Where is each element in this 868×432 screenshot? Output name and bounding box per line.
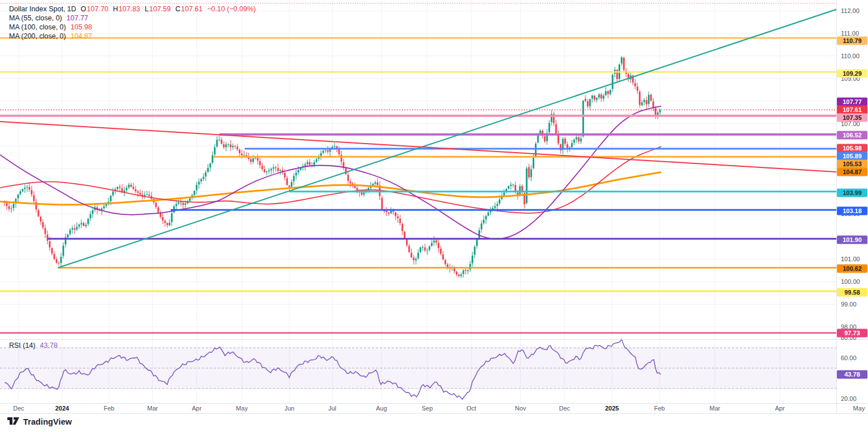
candle-body: [427, 250, 428, 251]
candle-body: [230, 145, 232, 148]
candle-body: [103, 206, 105, 209]
candle-body: [601, 94, 602, 98]
price-label-109-29: 109.29: [837, 70, 867, 78]
candle-body: [253, 158, 254, 162]
candle-body: [558, 135, 559, 144]
candle-body: [415, 259, 417, 261]
price-tick: 111.00: [841, 30, 859, 37]
candle-body: [60, 257, 62, 263]
price-tick: 112.00: [841, 7, 860, 14]
candle-body: [305, 165, 306, 166]
time-label-Nov: Nov: [515, 405, 526, 412]
tradingview-attribution[interactable]: TradingView: [7, 417, 72, 426]
candle-body: [465, 270, 467, 271]
candle-body: [406, 239, 408, 245]
time-label-Apr: Apr: [775, 405, 784, 412]
candle-body: [293, 176, 295, 182]
candle-body: [454, 268, 455, 271]
candle-body: [499, 200, 501, 204]
candle-body: [535, 144, 537, 157]
candle-body: [110, 196, 112, 201]
candle-body: [458, 275, 460, 276]
candle-body: [635, 83, 636, 86]
time-label-May: May: [236, 405, 248, 412]
candle-body: [508, 186, 510, 188]
candle-body: [287, 178, 288, 185]
candle-body: [320, 153, 322, 156]
candle-body: [18, 195, 19, 198]
candle-body: [549, 123, 550, 132]
candle-body: [377, 183, 379, 185]
candle-body: [241, 154, 243, 155]
price-label-110-79: 110.79: [837, 37, 867, 45]
symbol-ohlc-row[interactable]: Dollar Index Spot, 1D O107.70 H107.83 L1…: [9, 5, 256, 14]
high-value: H107.83: [113, 5, 140, 14]
candle-body: [418, 253, 419, 258]
candle-body: [476, 239, 478, 246]
candle-body: [212, 155, 214, 163]
candle-body: [323, 151, 324, 153]
rsi-legend[interactable]: RSI (14) 43.78: [9, 342, 58, 349]
candle-body: [289, 185, 290, 187]
candle-body: [70, 230, 71, 234]
ma100-legend-row[interactable]: MA (100, close, 0) 105.98: [9, 23, 256, 32]
ma200-legend-row[interactable]: MA (200, close, 0) 104.87: [9, 32, 256, 41]
rsi-label: RSI (14): [9, 342, 36, 349]
candle-body: [221, 140, 223, 144]
candle-body: [27, 187, 28, 188]
candle-body: [228, 144, 229, 145]
candle-body: [119, 187, 121, 188]
candle-body: [497, 204, 498, 206]
candle-body: [239, 150, 241, 153]
candle-body: [20, 192, 21, 195]
price-tick: 110.00: [841, 53, 860, 59]
candle-body: [158, 208, 159, 212]
candle-body: [479, 230, 480, 238]
candle-body: [445, 260, 446, 264]
candle-body: [291, 182, 293, 187]
candle-body: [341, 155, 342, 162]
time-label-Oct: Oct: [466, 405, 476, 412]
price-label-107-35-text: 107.35: [843, 114, 862, 121]
candle-body: [155, 203, 157, 207]
candle-body: [203, 177, 205, 179]
candle-body: [488, 213, 489, 215]
price-label-100-62: 100.62: [837, 265, 867, 273]
time-label-Aug: Aug: [376, 405, 387, 412]
rsi-band: [0, 348, 836, 388]
candle-body: [131, 185, 132, 187]
candle-body: [390, 211, 392, 213]
candle-body: [467, 270, 469, 271]
candle-body: [189, 198, 191, 201]
symbol-legend[interactable]: Dollar Index Spot, 1D O107.70 H107.83 L1…: [9, 5, 256, 41]
rsi-value-label: 43.78: [837, 370, 867, 379]
candle-body: [386, 211, 388, 212]
candle-body: [429, 247, 431, 250]
price-label-100-62-text: 100.62: [843, 265, 862, 272]
candle-body: [13, 204, 15, 208]
time-label-Mar: Mar: [147, 405, 158, 412]
ma55-legend-row[interactable]: MA (55, close, 0) 107.77: [9, 14, 256, 23]
candle-body: [357, 188, 358, 191]
chart-canvas[interactable]: 112.00111.00110.00109.00107.00103.00101.…: [0, 0, 868, 432]
time-label-2024: 2024: [55, 405, 70, 412]
candle-body: [334, 146, 336, 147]
candle-body: [112, 192, 114, 196]
candle-body: [72, 228, 73, 230]
price-label-106-52: 106.52: [837, 131, 867, 140]
candle-body: [587, 101, 589, 106]
candle-body: [58, 263, 60, 263]
low-value: L107.59: [145, 5, 171, 14]
candle-body: [431, 243, 433, 246]
candle-body: [400, 219, 401, 223]
candle-body: [264, 169, 266, 172]
chart-svg[interactable]: 112.00111.00110.00109.00107.00103.00101.…: [0, 0, 868, 432]
price-label-107-35: 107.35: [837, 114, 867, 122]
price-label-99-58-text: 99.58: [844, 289, 860, 296]
candle-body: [167, 223, 168, 226]
candle-body: [83, 223, 85, 226]
change-value: −0.10 (−0.09%): [207, 5, 256, 14]
candle-body: [623, 58, 625, 70]
candle-body: [90, 214, 92, 218]
candle-body: [255, 158, 257, 158]
